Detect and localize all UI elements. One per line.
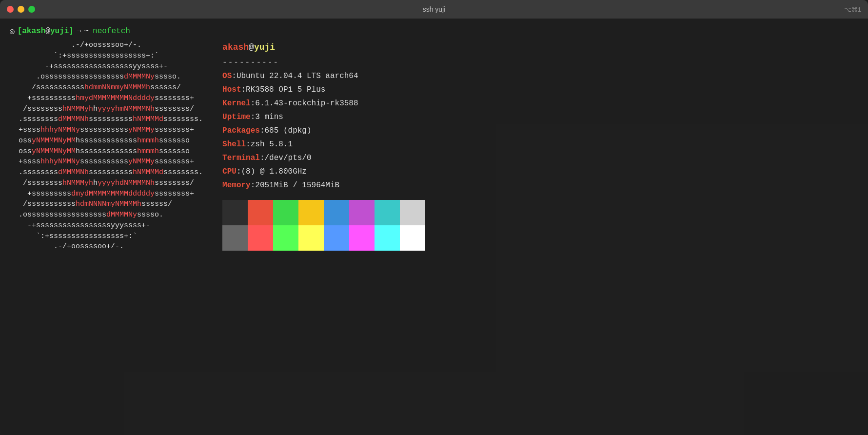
terminal-label: Terminal (222, 151, 260, 165)
color-swatch-bottom-7 (400, 225, 425, 251)
info-memory-row: Memory: 2051MiB / 15964MiB (222, 178, 858, 192)
terminal-window: ssh yuji ⌥⌘1 ◎ [akash@yuji] → ~ neofetch… (0, 0, 868, 435)
ascii-art: .-/+oossssoo+/-. `:+ssssssssssssssssss+:… (10, 40, 203, 427)
terminal-value: /dev/pts/0 (265, 151, 312, 165)
info-separator: ---------- (222, 56, 858, 69)
os-value: Ubuntu 22.04.4 LTS aarch64 (237, 69, 358, 83)
prompt-line: ◎ [akash@yuji] → ~ neofetch (10, 26, 858, 36)
prompt-at: @ (45, 27, 50, 36)
color-swatch-bottom-5 (349, 225, 375, 251)
maximize-button[interactable] (28, 6, 35, 13)
system-info: akash@yuji ---------- OS: Ubuntu 22.04.4… (222, 40, 858, 427)
info-kernel-row: Kernel: 6.1.43-rockchip-rk3588 (222, 97, 858, 110)
info-cpu-row: CPU: (8) @ 1.800GHz (222, 165, 858, 178)
info-at: @ (249, 42, 254, 52)
info-uptime-row: Uptime: 3 mins (222, 110, 858, 124)
terminal-body: ◎ [akash@yuji] → ~ neofetch .-/+oossssoo… (0, 19, 868, 435)
cpu-label: CPU (222, 165, 237, 178)
prompt-close-bracket: ] (69, 27, 74, 36)
color-swatch-bottom-2 (273, 225, 298, 251)
swatch-grid (222, 200, 425, 251)
shell-label: Shell (222, 138, 246, 151)
titlebar: ssh yuji ⌥⌘1 (0, 0, 868, 19)
memory-value: 2051MiB / 15964MiB (255, 178, 339, 192)
prompt-command: neofetch (93, 27, 130, 36)
color-swatch-top-6 (375, 200, 400, 225)
color-swatch-bottom-6 (375, 225, 400, 251)
packages-value: 685 (dpkg) (265, 124, 312, 138)
cpu-value: (8) @ 1.800GHz (241, 165, 307, 178)
info-user-host: akash@yuji (222, 40, 858, 56)
color-swatch-top-0 (222, 200, 248, 225)
prompt-tilde: ~ (84, 27, 89, 36)
info-terminal-row: Terminal: /dev/pts/0 (222, 151, 858, 165)
color-swatch-bottom-4 (324, 225, 349, 251)
prompt-user: akash (22, 27, 45, 36)
host-label: Host (222, 83, 241, 97)
os-label: OS (222, 69, 232, 83)
color-swatches (222, 200, 858, 251)
host-value: RK3588 OPi 5 Plus (246, 83, 325, 97)
info-packages-row: Packages: 685 (dpkg) (222, 124, 858, 138)
uptime-value: 3 mins (255, 110, 283, 124)
color-swatch-top-3 (298, 200, 324, 225)
close-button[interactable] (7, 6, 14, 13)
shell-value: zsh 5.8.1 (251, 138, 293, 151)
kernel-value: 6.1.43-rockchip-rk3588 (255, 97, 358, 110)
uptime-label: Uptime (222, 110, 251, 124)
info-host-row: Host: RK3588 OPi 5 Plus (222, 83, 858, 97)
window-controls (7, 6, 35, 13)
kernel-label: Kernel (222, 97, 251, 110)
info-username: akash (222, 42, 249, 52)
memory-label: Memory (222, 178, 251, 192)
color-swatch-top-5 (349, 200, 375, 225)
packages-label: Packages (222, 124, 260, 138)
color-swatch-top-1 (248, 200, 273, 225)
color-swatch-bottom-1 (248, 225, 273, 251)
prompt-open-bracket: [ (18, 27, 22, 36)
color-swatch-bottom-0 (222, 225, 248, 251)
content-area: .-/+oossssoo+/-. `:+ssssssssssssssssss+:… (10, 40, 858, 427)
color-swatch-top-2 (273, 200, 298, 225)
info-shell-row: Shell: zsh 5.8.1 (222, 138, 858, 151)
shortcut-hint: ⌥⌘1 (844, 6, 861, 13)
color-swatch-top-7 (400, 200, 425, 225)
info-os-row: OS: Ubuntu 22.04.4 LTS aarch64 (222, 69, 858, 83)
window-title: ssh yuji (423, 5, 446, 13)
minimize-button[interactable] (18, 6, 24, 13)
prompt-arrow: → (77, 27, 81, 36)
prompt-icon: ◎ (10, 26, 15, 36)
color-swatch-top-4 (324, 200, 349, 225)
info-hostname: yuji (254, 42, 275, 52)
color-swatch-bottom-3 (298, 225, 324, 251)
prompt-host: yuji (50, 27, 69, 36)
